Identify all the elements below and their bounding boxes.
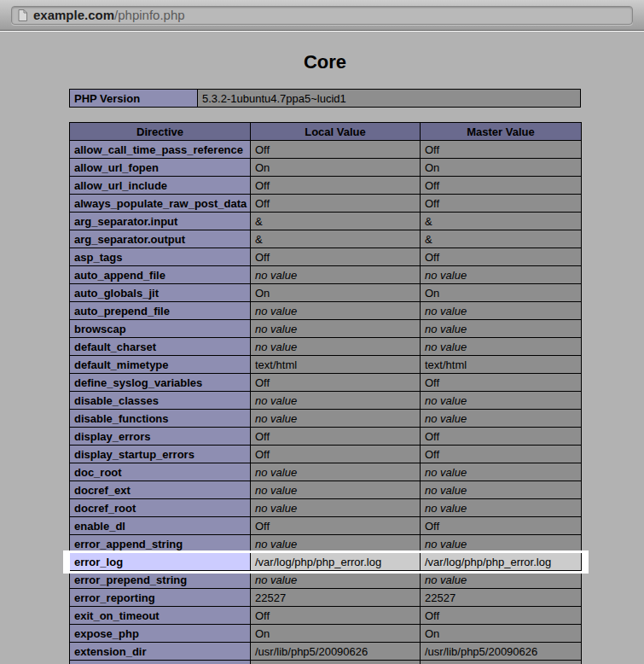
table-row: extension_dir/usr/lib/php5/20090626/usr/… — [70, 643, 582, 661]
local-value-cell: & — [251, 213, 421, 230]
master-value-cell: no value — [421, 481, 582, 499]
local-value-cell: no value — [251, 320, 421, 338]
local-value-cell: Off — [251, 177, 421, 195]
master-value-cell: no value — [421, 571, 582, 589]
directive-cell: error_reporting — [70, 589, 251, 607]
directive-cell: auto_globals_jit — [70, 284, 251, 302]
directive-cell: arg_separator.output — [70, 230, 251, 248]
table-row: enable_dlOffOff — [70, 517, 582, 535]
directive-cell: default_mimetype — [70, 356, 251, 374]
master-value-cell: 22527 — [421, 589, 582, 607]
local-value-cell: no value — [251, 410, 421, 428]
table-row: docref_rootno valueno value — [70, 499, 582, 517]
table-row: auto_prepend_fileno valueno value — [70, 302, 582, 320]
master-value-cell: /var/log/php/php_error.log — [421, 553, 582, 571]
directive-cell: extension_dir — [70, 643, 251, 661]
table-row: docref_extno valueno value — [70, 481, 582, 499]
local-value-cell: Off — [251, 428, 421, 446]
master-value-cell — [421, 661, 582, 664]
master-value-cell: Off — [421, 428, 582, 446]
phpinfo-page: Core PHP Version 5.3.2-1ubuntu4.7ppa5~lu… — [0, 51, 644, 664]
table-row — [70, 661, 582, 664]
directive-cell: allow_url_fopen — [70, 159, 251, 177]
local-value-cell: Off — [251, 374, 421, 392]
directive-cell: error_log — [70, 553, 251, 571]
directive-cell: doc_root — [70, 463, 251, 481]
table-row: display_errorsOffOff — [70, 428, 582, 446]
table-row: exit_on_timeoutOffOff — [70, 607, 582, 625]
local-value-cell: & — [251, 230, 421, 248]
table-row: disable_classesno valueno value — [70, 392, 582, 410]
local-value-cell: On — [251, 625, 421, 643]
master-value-cell: Off — [421, 517, 582, 535]
version-label-cell: PHP Version — [70, 90, 198, 108]
table-row: doc_rootno valueno value — [70, 463, 582, 481]
local-value-cell: Off — [251, 195, 421, 213]
local-value-cell: no value — [251, 392, 421, 410]
master-value-cell: no value — [421, 392, 582, 410]
master-value-cell: text/html — [421, 356, 582, 374]
directive-cell: display_errors — [70, 428, 251, 446]
directive-cell: exit_on_timeout — [70, 607, 251, 625]
directive-cell: auto_append_file — [70, 266, 251, 284]
local-value-cell: no value — [251, 535, 421, 553]
table-row: expose_phpOnOn — [70, 625, 582, 643]
local-value-cell: no value — [251, 481, 421, 499]
directive-cell: docref_root — [70, 499, 251, 517]
local-value-cell: Off — [251, 141, 421, 159]
local-value-cell — [251, 661, 421, 664]
master-value-cell: no value — [421, 266, 582, 284]
directive-cell: disable_classes — [70, 392, 251, 410]
local-value-cell: Off — [251, 607, 421, 625]
directive-cell: docref_ext — [70, 481, 251, 499]
table-row: auto_append_fileno valueno value — [70, 266, 582, 284]
directive-cell: default_charset — [70, 338, 251, 356]
local-value-cell: no value — [251, 338, 421, 356]
column-header-master-value: Master Value — [421, 123, 582, 141]
directive-cell: auto_prepend_file — [70, 302, 251, 320]
document-icon — [18, 9, 27, 21]
page-title: Core — [69, 51, 581, 73]
table-row: define_syslog_variablesOffOff — [70, 374, 582, 392]
directives-table: Directive Local Value Master Value allow… — [69, 122, 582, 664]
master-value-cell: On — [421, 159, 582, 177]
local-value-cell: On — [251, 284, 421, 302]
master-value-cell: no value — [421, 535, 582, 553]
table-row: asp_tagsOffOff — [70, 248, 582, 266]
directive-cell — [70, 661, 251, 664]
column-header-directive: Directive — [70, 123, 251, 141]
table-row: disable_functionsno valueno value — [70, 410, 582, 428]
local-value-cell: no value — [251, 302, 421, 320]
master-value-cell: Off — [421, 374, 582, 392]
table-row: arg_separator.input&& — [70, 213, 582, 230]
master-value-cell: Off — [421, 607, 582, 625]
master-value-cell: /usr/lib/php5/20090626 — [421, 643, 582, 661]
master-value-cell: no value — [421, 302, 582, 320]
master-value-cell: Off — [421, 248, 582, 266]
table-row: allow_url_includeOffOff — [70, 177, 582, 195]
local-value-cell: /usr/lib/php5/20090626 — [251, 643, 421, 661]
url-text: example.com/phpinfo.php — [33, 8, 185, 22]
master-value-cell: no value — [421, 463, 582, 481]
directive-cell: display_startup_errors — [70, 446, 251, 463]
local-value-cell: Off — [251, 517, 421, 535]
table-row: browscapno valueno value — [70, 320, 582, 338]
directive-cell: error_append_string — [70, 535, 251, 553]
local-value-cell: Off — [251, 446, 421, 463]
directive-cell: disable_functions — [70, 410, 251, 428]
url-field[interactable]: example.com/phpinfo.php — [11, 6, 633, 25]
master-value-cell: Off — [421, 177, 582, 195]
table-row: error_prepend_stringno valueno value — [70, 571, 582, 589]
local-value-cell: no value — [251, 463, 421, 481]
local-value-cell: text/html — [251, 356, 421, 374]
url-host: example.com — [33, 8, 114, 22]
table-row-highlighted: error_log/var/log/php/php_error.log/var/… — [70, 553, 582, 571]
table-row: auto_globals_jitOnOn — [70, 284, 582, 302]
local-value-cell: Off — [251, 248, 421, 266]
version-value-cell: 5.3.2-1ubuntu4.7ppa5~lucid1 — [198, 90, 581, 108]
directive-cell: always_populate_raw_post_data — [70, 195, 251, 213]
table-row: default_mimetypetext/htmltext/html — [70, 356, 582, 374]
directive-cell: browscap — [70, 320, 251, 338]
local-value-cell: no value — [251, 571, 421, 589]
local-value-cell: no value — [251, 499, 421, 517]
